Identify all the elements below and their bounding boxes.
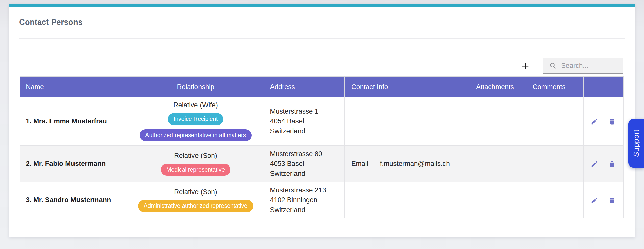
trash-icon bbox=[608, 118, 616, 125]
contact-info-cell bbox=[344, 97, 463, 146]
contact-row: 1. Mrs. Emma Musterfrau Relative (Wife) … bbox=[20, 97, 623, 146]
address-line: 4102 Binningen bbox=[270, 195, 344, 205]
address-line: Switzerland bbox=[270, 126, 344, 136]
actions-cell bbox=[583, 146, 623, 182]
page-title: Contact Persons bbox=[19, 18, 635, 27]
search-input[interactable] bbox=[561, 61, 620, 70]
pencil-icon bbox=[591, 197, 598, 204]
badge-list: Medical representative bbox=[131, 164, 260, 176]
column-header-relationship: Relationship bbox=[128, 77, 263, 97]
column-header-address: Address bbox=[263, 77, 344, 97]
table-header-row: Name Relationship Address Contact Info A… bbox=[20, 77, 623, 97]
edit-button[interactable] bbox=[591, 197, 598, 204]
table-body: 1. Mrs. Emma Musterfrau Relative (Wife) … bbox=[20, 97, 623, 218]
delete-button[interactable] bbox=[608, 160, 616, 168]
column-header-contact-info: Contact Info bbox=[344, 77, 463, 97]
attachments-cell bbox=[463, 146, 527, 182]
address-line: Musterstrasse 1 bbox=[270, 107, 344, 116]
name-cell: 3. Mr. Sandro Mustermann bbox=[20, 182, 128, 218]
pencil-icon bbox=[591, 118, 598, 125]
contact-type: Email bbox=[351, 160, 368, 168]
address-line: Musterstrasse 80 bbox=[270, 149, 344, 159]
comments-cell bbox=[527, 182, 583, 218]
address-line: 4054 Basel bbox=[270, 116, 344, 126]
address-line: Switzerland bbox=[270, 169, 344, 179]
address-cell: Musterstrasse 2134102 BinningenSwitzerla… bbox=[263, 182, 344, 218]
column-header-attachments: Attachments bbox=[463, 77, 527, 97]
comments-cell bbox=[527, 146, 583, 182]
relationship-label: Relative (Wife) bbox=[131, 101, 260, 109]
relationship-badge: Invoice Recipient bbox=[168, 113, 223, 125]
comments-cell bbox=[527, 97, 583, 146]
address-line: 4053 Basel bbox=[270, 159, 344, 169]
actions-cell bbox=[583, 97, 623, 146]
name-cell: 1. Mrs. Emma Musterfrau bbox=[20, 97, 128, 146]
badge-list: Invoice RecipientAuthorized representati… bbox=[131, 113, 260, 141]
contact-name: 3. Mr. Sandro Mustermann bbox=[26, 196, 111, 204]
address-cell: Musterstrasse 804053 BaselSwitzerland bbox=[263, 146, 344, 182]
edit-button[interactable] bbox=[591, 118, 598, 125]
support-button[interactable]: Support bbox=[628, 119, 644, 168]
contact-persons-table: Name Relationship Address Contact Info A… bbox=[20, 76, 624, 218]
support-button-label: Support bbox=[632, 130, 640, 157]
relationship-cell: Relative (Son) Administrative authorized… bbox=[128, 182, 263, 218]
address-cell-content: Musterstrasse 14054 BaselSwitzerland bbox=[270, 107, 344, 136]
relationship-cell: Relative (Wife) Invoice RecipientAuthori… bbox=[128, 97, 263, 146]
contact-name: 1. Mrs. Emma Musterfrau bbox=[26, 117, 107, 125]
relationship-label: Relative (Son) bbox=[131, 188, 260, 196]
relationship-label: Relative (Son) bbox=[131, 152, 260, 160]
relationship-cell: Relative (Son) Medical representative bbox=[128, 146, 263, 182]
add-contact-button[interactable]: + bbox=[520, 59, 531, 73]
relationship-badge: Authorized representative in all matters bbox=[140, 129, 252, 141]
column-header-actions bbox=[583, 77, 623, 97]
contact-persons-card: Contact Persons + Name Relations bbox=[9, 4, 635, 237]
card-top-accent-bar bbox=[9, 4, 635, 7]
contact-name: 2. Mr. Fabio Mustermann bbox=[26, 160, 106, 168]
address-line: Switzerland bbox=[270, 205, 344, 215]
actions-cell bbox=[583, 182, 623, 218]
pencil-icon bbox=[591, 160, 598, 168]
attachments-cell bbox=[463, 97, 527, 146]
relationship-badge: Administrative authorized representative bbox=[138, 200, 253, 212]
badge-list: Administrative authorized representative bbox=[131, 200, 260, 212]
contact-row: 3. Mr. Sandro Mustermann Relative (Son) … bbox=[20, 182, 623, 218]
edit-button[interactable] bbox=[591, 160, 598, 168]
address-line: Musterstrasse 213 bbox=[270, 185, 344, 195]
address-cell: Musterstrasse 14054 BaselSwitzerland bbox=[263, 97, 344, 146]
name-cell: 2. Mr. Fabio Mustermann bbox=[20, 146, 128, 182]
attachments-cell bbox=[463, 182, 527, 218]
column-header-name: Name bbox=[20, 77, 128, 97]
relationship-badge: Medical representative bbox=[161, 164, 230, 176]
column-header-comments: Comments bbox=[527, 77, 583, 97]
trash-icon bbox=[608, 160, 616, 168]
contact-info-cell: Emailf.musterman@mails.ch bbox=[344, 146, 463, 182]
contact-row: 2. Mr. Fabio Mustermann Relative (Son) M… bbox=[20, 146, 623, 182]
delete-button[interactable] bbox=[608, 197, 616, 204]
contact-value: f.musterman@mails.ch bbox=[380, 160, 450, 168]
address-cell-content: Musterstrasse 804053 BaselSwitzerland bbox=[270, 149, 344, 179]
search-box[interactable] bbox=[543, 58, 623, 74]
search-icon bbox=[549, 62, 557, 69]
address-cell-content: Musterstrasse 2134102 BinningenSwitzerla… bbox=[270, 185, 344, 215]
table-toolbar: + bbox=[9, 58, 635, 74]
trash-icon bbox=[608, 197, 616, 204]
delete-button[interactable] bbox=[608, 118, 616, 125]
title-divider bbox=[19, 38, 625, 39]
contact-info-cell bbox=[344, 182, 463, 218]
